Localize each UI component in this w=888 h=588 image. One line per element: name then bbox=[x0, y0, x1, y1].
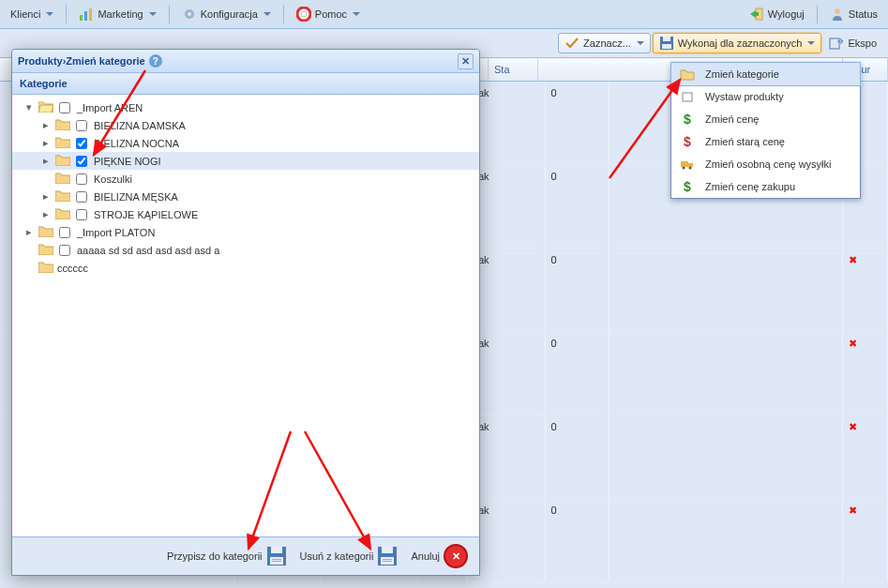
delete-icon: ✖ bbox=[849, 338, 857, 350]
tree-checkbox[interactable] bbox=[76, 156, 87, 167]
menu-label: Zmień kategorie bbox=[705, 68, 779, 80]
folder-icon bbox=[55, 172, 70, 186]
delete-icon: ✖ bbox=[849, 254, 857, 266]
tree-node[interactable]: ▸PIĘKNE NOGI bbox=[12, 152, 479, 170]
title-part: Zmień kategorie bbox=[66, 55, 144, 67]
menu-label: Zmień cenę bbox=[705, 113, 759, 125]
svg-point-8 bbox=[835, 8, 840, 14]
dropdown-item[interactable]: Wystaw produkty bbox=[671, 85, 860, 108]
tree-checkbox[interactable] bbox=[76, 191, 87, 203]
category-tree: ▾_Import AREN▸BIELIZNA DAMSKA▸BIELIZNA N… bbox=[12, 95, 479, 536]
delete-button[interactable]: ✖ bbox=[843, 249, 888, 331]
folder-icon bbox=[55, 154, 70, 168]
tree-label: aaaaa sd sd asd asd asd asd a bbox=[77, 245, 219, 256]
expand-icon[interactable]: ▾ bbox=[22, 101, 37, 113]
close-button[interactable]: ✕ bbox=[458, 53, 474, 69]
tree-node[interactable]: ▸_Import PLATON bbox=[12, 223, 479, 241]
tree-node[interactable]: Koszulki bbox=[12, 170, 479, 188]
zaznacz-button[interactable]: Zaznacz... bbox=[558, 33, 651, 53]
konfiguracja-menu[interactable]: Konfiguracja bbox=[175, 3, 278, 25]
tree-node[interactable]: ▾_Import AREN bbox=[12, 98, 479, 116]
wykonaj-button[interactable]: Wykonaj dla zaznaczonych bbox=[653, 33, 822, 53]
button-label: Ekspo bbox=[848, 38, 877, 49]
button-label: Wyloguj bbox=[768, 8, 805, 20]
klienci-menu[interactable]: Klienci bbox=[4, 5, 60, 23]
expand-icon[interactable]: ▸ bbox=[38, 155, 53, 167]
folder-icon bbox=[55, 207, 70, 221]
check-icon bbox=[564, 36, 579, 51]
eksport-button[interactable]: Ekspo bbox=[823, 34, 882, 53]
tree-checkbox[interactable] bbox=[76, 173, 87, 185]
menu-icon: $ bbox=[677, 134, 698, 149]
tree-node[interactable]: cccccc bbox=[12, 259, 479, 277]
delete-button[interactable]: ✖ bbox=[843, 499, 888, 581]
svg-point-17 bbox=[689, 167, 692, 170]
svg-rect-15 bbox=[688, 163, 693, 167]
delete-button[interactable]: ✖ bbox=[843, 415, 888, 498]
dropdown-item[interactable]: $Zmień cenę bbox=[671, 108, 860, 130]
expand-icon[interactable]: ▸ bbox=[38, 190, 53, 203]
tree-checkbox[interactable] bbox=[59, 227, 70, 238]
dropdown-item[interactable]: Zmień osobną cenę wysyłki bbox=[671, 153, 860, 175]
column-status[interactable]: Sta bbox=[489, 58, 538, 81]
categories-modal: Produkty › Zmień kategorie ? ✕ Kategorie… bbox=[11, 49, 480, 576]
tree-label: BIELIZNA DAMSKA bbox=[94, 120, 186, 131]
menu-label: Klienci bbox=[10, 8, 40, 20]
logout-icon bbox=[749, 7, 764, 22]
modal-titlebar[interactable]: Produkty › Zmień kategorie ? ✕ bbox=[12, 50, 479, 73]
folder-icon bbox=[55, 189, 70, 204]
tree-node[interactable]: ▸STROJE KĄPIELOWE bbox=[12, 205, 479, 223]
remove-button[interactable]: Usuń z kategorii bbox=[296, 543, 402, 569]
cell-qty: 0 bbox=[546, 249, 610, 331]
button-label: Anuluj bbox=[411, 550, 440, 562]
cancel-icon: ✕ bbox=[444, 544, 468, 568]
tree-node[interactable]: aaaaa sd sd asd asd asd asd a bbox=[12, 241, 479, 259]
tree-checkbox[interactable] bbox=[76, 120, 87, 131]
title-part: Produkty bbox=[18, 55, 63, 67]
expand-icon[interactable]: ▸ bbox=[38, 119, 53, 131]
marketing-menu[interactable]: Marketing bbox=[72, 3, 162, 25]
person-icon bbox=[830, 7, 845, 22]
folder-icon bbox=[55, 118, 70, 132]
svg-rect-22 bbox=[272, 561, 281, 562]
menu-icon bbox=[677, 157, 698, 172]
menu-icon: $ bbox=[677, 112, 698, 127]
cancel-button[interactable]: Anuluj ✕ bbox=[407, 541, 472, 571]
dropdown-item[interactable]: Zmień kategorie bbox=[670, 62, 861, 86]
tree-checkbox[interactable] bbox=[59, 102, 70, 113]
tree-node[interactable]: ▸BIELIZNA DAMSKA bbox=[12, 116, 479, 134]
tree-node[interactable]: ▸BIELIZNA MĘSKA bbox=[12, 188, 479, 205]
delete-button[interactable]: ✖ bbox=[843, 332, 888, 415]
menu-icon: $ bbox=[677, 179, 698, 194]
separator bbox=[817, 5, 818, 23]
separator bbox=[283, 5, 284, 23]
tree-checkbox[interactable] bbox=[59, 245, 70, 256]
pomoc-menu[interactable]: Pomoc bbox=[290, 3, 367, 25]
modal-footer: Przypisz do kategorii Usuń z kategorii A… bbox=[12, 536, 479, 575]
tree-node[interactable]: ▸BIELIZNA NOCNA bbox=[12, 134, 479, 152]
dropdown-item[interactable]: $Zmień cenę zakupu bbox=[671, 175, 860, 198]
tree-checkbox[interactable] bbox=[76, 209, 87, 220]
folder-icon bbox=[38, 261, 53, 275]
button-label: Status bbox=[849, 8, 878, 20]
menu-label: Konfiguracja bbox=[201, 8, 258, 20]
status-button[interactable]: Status bbox=[823, 3, 884, 25]
expand-icon[interactable]: ▸ bbox=[22, 226, 37, 238]
expand-icon[interactable]: ▸ bbox=[38, 137, 53, 149]
tree-checkbox[interactable] bbox=[76, 138, 87, 149]
floppy-icon bbox=[659, 36, 674, 51]
expand-icon[interactable]: ▸ bbox=[38, 208, 53, 220]
dropdown-item[interactable]: $Zmień starą cenę bbox=[671, 130, 860, 153]
folder-icon bbox=[55, 136, 70, 150]
tree-label: Koszulki bbox=[94, 173, 132, 185]
svg-rect-21 bbox=[272, 559, 281, 560]
wyloguj-button[interactable]: Wyloguj bbox=[743, 3, 811, 25]
cell-qty: 0 bbox=[546, 165, 610, 248]
assign-button[interactable]: Przypisz do kategorii bbox=[163, 543, 291, 569]
help-icon[interactable]: ? bbox=[149, 54, 162, 68]
wykonaj-dropdown: Zmień kategorieWystaw produkty$Zmień cen… bbox=[670, 62, 861, 199]
cell-qty: 0 bbox=[546, 415, 610, 498]
export-icon bbox=[829, 36, 844, 51]
svg-rect-14 bbox=[681, 161, 688, 167]
svg-point-16 bbox=[683, 167, 685, 170]
